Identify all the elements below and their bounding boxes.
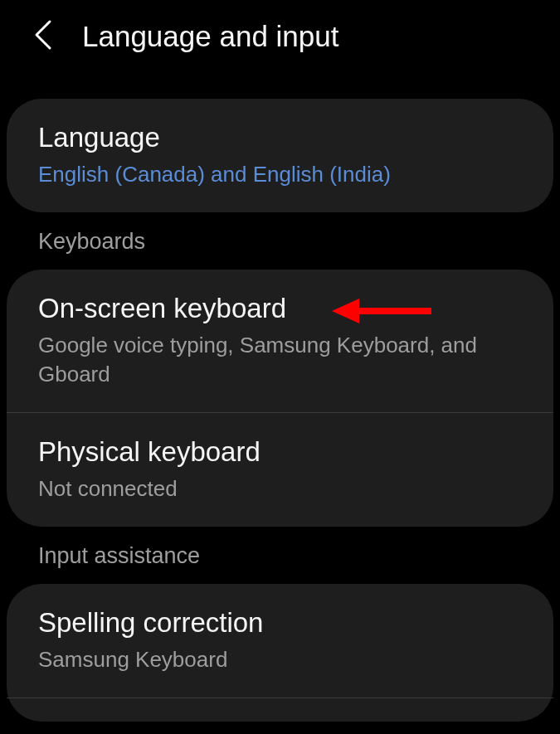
on-screen-keyboard-title: On-screen keyboard [38,293,522,324]
on-screen-keyboard-subtitle: Google voice typing, Samsung Keyboard, a… [38,331,522,389]
language-item[interactable]: Language English (Canada) and English (I… [7,99,553,212]
spelling-correction-subtitle: Samsung Keyboard [38,645,522,674]
keyboards-section-header: Keyboards [0,212,560,270]
spelling-correction-item[interactable]: Spelling correction Samsung Keyboard [7,584,553,698]
on-screen-keyboard-item[interactable]: On-screen keyboard Google voice typing, … [7,270,553,412]
header-bar: Language and input [0,0,560,75]
back-icon[interactable] [33,18,53,55]
language-subtitle: English (Canada) and English (India) [38,160,522,189]
page-title: Language and input [82,20,338,53]
physical-keyboard-title: Physical keyboard [38,436,522,468]
keyboards-card: On-screen keyboard Google voice typing, … [7,270,553,527]
input-assistance-card: Spelling correction Samsung Keyboard [7,584,553,722]
autofill-item-partial[interactable] [7,698,553,722]
physical-keyboard-subtitle: Not connected [38,474,522,503]
physical-keyboard-item[interactable]: Physical keyboard Not connected [7,412,553,527]
input-assistance-section-header: Input assistance [0,527,560,584]
spelling-correction-title: Spelling correction [38,607,522,639]
language-title: Language [38,122,522,153]
language-card: Language English (Canada) and English (I… [7,99,553,212]
